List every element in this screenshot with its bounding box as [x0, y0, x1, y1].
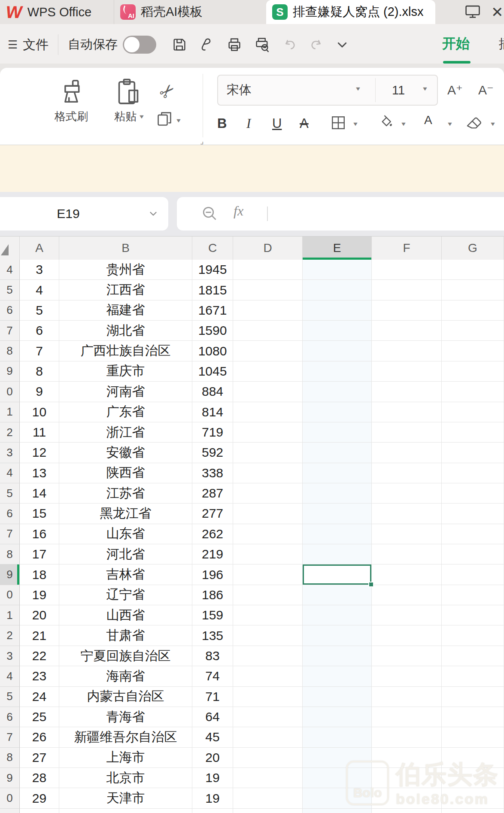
- cell-B25[interactable]: 内蒙古自治区: [59, 687, 192, 707]
- cell-D19[interactable]: [233, 564, 303, 585]
- cell-B16[interactable]: 黑龙江省: [59, 504, 192, 524]
- cell-E5[interactable]: [303, 280, 372, 300]
- borders-chevron-icon[interactable]: ▼: [352, 121, 359, 127]
- font-size-select[interactable]: 11: [381, 76, 416, 105]
- cell-Fpartial[interactable]: [372, 809, 442, 813]
- cell-B29[interactable]: 北京市: [59, 768, 192, 788]
- decrease-font-button[interactable]: A⁻: [478, 82, 494, 97]
- cell-D28[interactable]: [233, 748, 303, 768]
- cell-D7[interactable]: [233, 321, 303, 341]
- cell-F13[interactable]: [372, 443, 442, 463]
- row-header-22[interactable]: 2: [0, 625, 20, 646]
- cell-G8[interactable]: [442, 341, 504, 361]
- cell-A17[interactable]: 16: [20, 524, 59, 544]
- row-header-23[interactable]: 3: [0, 646, 20, 666]
- paste-label[interactable]: 粘贴▼: [108, 109, 151, 124]
- cell-G23[interactable]: [442, 646, 504, 666]
- cell-G24[interactable]: [442, 666, 504, 686]
- row-header-25[interactable]: 5: [0, 687, 20, 707]
- column-header-E[interactable]: E: [303, 237, 372, 260]
- cell-B8[interactable]: 广西壮族自治区: [59, 341, 192, 361]
- cell-C30[interactable]: 19: [192, 788, 233, 808]
- row-header-5[interactable]: 5: [0, 280, 20, 300]
- cell-D25[interactable]: [233, 687, 303, 707]
- cell-A29[interactable]: 28: [20, 768, 59, 788]
- cell-F22[interactable]: [372, 625, 442, 646]
- cell-A7[interactable]: 6: [20, 321, 59, 341]
- cell-A18[interactable]: 17: [20, 544, 59, 564]
- cell-E30[interactable]: [303, 788, 372, 808]
- cell-A23[interactable]: 22: [20, 646, 59, 666]
- autosave-toggle[interactable]: [123, 36, 156, 54]
- cell-E13[interactable]: [303, 443, 372, 463]
- strikethrough-button[interactable]: A: [300, 116, 309, 131]
- cell-G7[interactable]: [442, 321, 504, 341]
- cell-E27[interactable]: [303, 727, 372, 747]
- cell-E10[interactable]: [303, 382, 372, 402]
- cell-C13[interactable]: 592: [192, 443, 233, 463]
- cell-G13[interactable]: [442, 443, 504, 463]
- cell-F30[interactable]: [372, 788, 442, 808]
- cell-Apartial[interactable]: [20, 809, 59, 813]
- cell-A25[interactable]: 24: [20, 687, 59, 707]
- cell-D20[interactable]: [233, 585, 303, 605]
- cell-A20[interactable]: 19: [20, 585, 59, 605]
- cell-F7[interactable]: [372, 321, 442, 341]
- cell-A6[interactable]: 5: [20, 300, 59, 321]
- cell-G15[interactable]: [442, 483, 504, 504]
- cell-A16[interactable]: 15: [20, 504, 59, 524]
- cell-F23[interactable]: [372, 646, 442, 666]
- cell-F4[interactable]: [372, 260, 442, 280]
- cell-C17[interactable]: 262: [192, 524, 233, 544]
- select-all-corner[interactable]: [0, 237, 20, 260]
- cell-B10[interactable]: 河南省: [59, 382, 192, 402]
- clear-format-button[interactable]: [465, 115, 483, 133]
- monitor-mode-button[interactable]: [465, 0, 481, 24]
- row-header-6[interactable]: 6: [0, 300, 20, 321]
- cell-D14[interactable]: [233, 463, 303, 483]
- cell-G11[interactable]: [442, 402, 504, 422]
- cell-E7[interactable]: [303, 321, 372, 341]
- cell-D9[interactable]: [233, 361, 303, 382]
- cell-C10[interactable]: 884: [192, 382, 233, 402]
- row-header-19[interactable]: 9: [0, 564, 20, 585]
- cell-E9[interactable]: [303, 361, 372, 382]
- cell-A24[interactable]: 23: [20, 666, 59, 686]
- cell-C19[interactable]: 196: [192, 564, 233, 585]
- cell-E8[interactable]: [303, 341, 372, 361]
- cell-G4[interactable]: [442, 260, 504, 280]
- cell-C24[interactable]: 74: [192, 666, 233, 686]
- column-header-D[interactable]: D: [233, 237, 303, 260]
- row-header-21[interactable]: 1: [0, 605, 20, 625]
- cell-B7[interactable]: 湖北省: [59, 321, 192, 341]
- cell-C22[interactable]: 135: [192, 625, 233, 646]
- cell-D27[interactable]: [233, 727, 303, 747]
- cell-A13[interactable]: 12: [20, 443, 59, 463]
- tab-wps-office[interactable]: W WPS Office: [0, 0, 114, 24]
- name-box[interactable]: E19: [0, 197, 168, 231]
- cell-F9[interactable]: [372, 361, 442, 382]
- cell-D11[interactable]: [233, 402, 303, 422]
- cell-E23[interactable]: [303, 646, 372, 666]
- borders-button[interactable]: [330, 114, 347, 133]
- cell-C7[interactable]: 1590: [192, 321, 233, 341]
- cell-C26[interactable]: 64: [192, 707, 233, 727]
- print-button[interactable]: [227, 37, 242, 52]
- cell-F11[interactable]: [372, 402, 442, 422]
- cell-C5[interactable]: 1815: [192, 280, 233, 300]
- cell-B19[interactable]: 吉林省: [59, 564, 192, 585]
- cell-E12[interactable]: [303, 422, 372, 443]
- chevron-down-icon[interactable]: ▼: [422, 86, 428, 92]
- insert-function-button[interactable]: fx: [234, 203, 243, 219]
- cell-F10[interactable]: [372, 382, 442, 402]
- close-button[interactable]: ✕: [489, 0, 504, 24]
- cell-F26[interactable]: [372, 707, 442, 727]
- cell-B27[interactable]: 新疆维吾尔自治区: [59, 727, 192, 747]
- cell-B4[interactable]: 贵州省: [59, 260, 192, 280]
- row-header-28[interactable]: 8: [0, 748, 20, 768]
- row-header-4[interactable]: 4: [0, 260, 20, 280]
- cell-G27[interactable]: [442, 727, 504, 747]
- fill-handle[interactable]: [368, 582, 374, 587]
- tab-home[interactable]: 开始: [442, 24, 470, 64]
- cell-G12[interactable]: [442, 422, 504, 443]
